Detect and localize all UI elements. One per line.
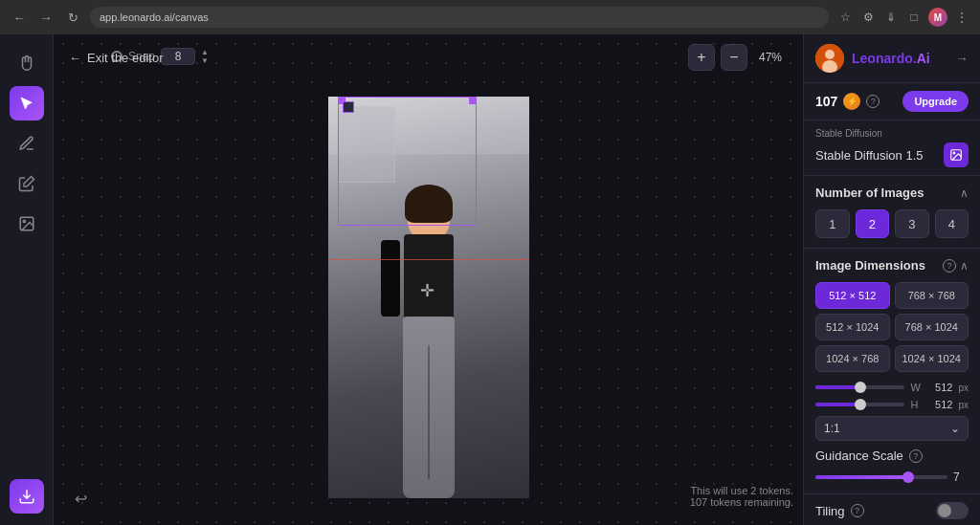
height-value: 512 (929, 399, 952, 410)
pen-tool-button[interactable] (10, 126, 44, 161)
height-slider-thumb[interactable] (855, 399, 866, 410)
guidance-slider[interactable] (815, 475, 947, 479)
height-slider-fill (815, 403, 860, 406)
reload-button[interactable]: ↻ (63, 8, 82, 27)
token-info-icon[interactable]: ? (866, 95, 880, 108)
num-images-header: Number of Images ∧ (815, 186, 969, 200)
height-unit: px (958, 400, 969, 410)
zoom-controls: + − 47% (688, 44, 788, 71)
paint-tool-button[interactable] (10, 166, 44, 201)
select-tool-button[interactable] (10, 86, 44, 120)
num-images-3-button[interactable]: 3 (895, 209, 929, 238)
download-tool-button[interactable] (10, 479, 44, 514)
height-slider-row: H 512 px (815, 399, 969, 410)
right-panel: Leonardo.Ai → 107 ⚡ ? Upgrade Stable Dif… (803, 34, 980, 525)
dimensions-collapse-button[interactable]: ∧ (960, 259, 969, 273)
dimensions-title: Image Dimensions (815, 258, 925, 273)
extensions-icon: ⚙ (859, 9, 877, 26)
width-slider-row: W 512 px (815, 382, 969, 393)
back-button[interactable]: ← (10, 8, 29, 27)
model-row: Stable Diffusion 1.5 (815, 142, 969, 167)
url-bar[interactable]: app.leonardo.ai/canvas (90, 7, 829, 28)
image-dimensions-section: Image Dimensions ? ∧ 512 × 512 768 × 768… (804, 249, 980, 494)
canvas-area[interactable]: ← Exit the editor + − 47% Snap ▲ ▼ (54, 34, 803, 525)
guidance-fill (815, 475, 908, 479)
window-icon: □ (905, 9, 923, 26)
exit-editor-button[interactable]: ← Exit the editor (69, 51, 164, 65)
bookmark-icon: ☆ (836, 9, 854, 26)
dim-1024x1024-button[interactable]: 1024 × 1024 (895, 345, 969, 372)
guidance-value: 7 (953, 470, 969, 484)
token-icon: ⚡ (843, 93, 860, 110)
aspect-ratio-select[interactable]: 1:1 ⌄ (815, 416, 969, 441)
width-slider-fill (815, 385, 860, 389)
exit-arrow-icon: ← (69, 51, 81, 65)
num-images-collapse-button[interactable]: ∧ (960, 186, 969, 200)
horizontal-guide (328, 259, 529, 260)
move-cursor-icon: ✛ (420, 280, 434, 301)
forward-button[interactable]: → (36, 8, 56, 27)
dimensions-info-icon[interactable]: ? (943, 259, 956, 273)
image-tool-button[interactable] (10, 207, 44, 241)
profile-name: Leonardo.Ai (852, 51, 930, 66)
svg-marker-0 (24, 177, 34, 187)
aspect-chevron-icon: ⌄ (950, 422, 960, 435)
guidance-row: 7 (815, 470, 969, 484)
svg-point-7 (953, 152, 955, 154)
height-slider-track[interactable] (815, 403, 904, 406)
profile-left: Leonardo.Ai (815, 44, 930, 73)
num-images-title: Number of Images (815, 186, 924, 200)
undo-button[interactable]: ↩ (67, 485, 94, 512)
width-slider-thumb[interactable] (855, 382, 866, 393)
profile-back-button[interactable]: → (955, 51, 969, 66)
width-label: W (910, 382, 924, 393)
tokens-row: 107 ⚡ ? Upgrade (804, 83, 980, 120)
download-icon: ⇓ (882, 9, 900, 26)
model-select-button[interactable] (944, 142, 969, 167)
zoom-level: 47% (753, 51, 788, 64)
num-images-1-button[interactable]: 1 (815, 209, 850, 238)
zoom-out-button[interactable]: − (721, 44, 747, 71)
number-of-images-section: Number of Images ∧ 1 2 3 4 (804, 176, 980, 249)
svg-point-4 (825, 50, 835, 59)
guidance-thumb[interactable] (902, 471, 914, 483)
upgrade-button[interactable]: Upgrade (902, 91, 969, 112)
browser-bar: ← → ↻ app.leonardo.ai/canvas ☆ ⚙ ⇓ □ M ⋮ (0, 0, 980, 34)
height-label: H (910, 399, 924, 410)
tiling-info-icon[interactable]: ? (851, 504, 864, 517)
tiling-left: Tiling ? (815, 504, 864, 518)
dim-768x768-button[interactable]: 768 × 768 (895, 282, 969, 309)
num-images-row: 1 2 3 4 (815, 209, 969, 238)
profile-header: Leonardo.Ai → (804, 34, 980, 83)
user-avatar[interactable]: M (928, 8, 947, 27)
zoom-in-button[interactable]: + (688, 44, 715, 71)
num-images-4-button[interactable]: 4 (935, 209, 969, 238)
num-images-2-button[interactable]: 2 (856, 209, 890, 238)
svg-point-2 (23, 220, 25, 222)
tiling-section: Tiling ? (804, 494, 980, 525)
hand-tool-button[interactable] (10, 46, 44, 80)
model-label: Stable Diffusion (815, 128, 969, 139)
width-value: 512 (929, 382, 952, 393)
dim-512x1024-button[interactable]: 512 × 1024 (815, 314, 890, 340)
browser-icons: ☆ ⚙ ⇓ □ M ⋮ (836, 8, 970, 27)
tiling-label: Tiling (815, 504, 845, 518)
width-unit: px (958, 383, 969, 393)
token-count: 107 (815, 94, 837, 109)
left-toolbar (0, 34, 54, 525)
model-selector: Stable Diffusion Stable Diffusion 1.5 (804, 120, 980, 176)
canvas-image: ✛ (328, 97, 529, 498)
dimensions-grid: 512 × 512 768 × 768 512 × 1024 768 × 102… (815, 282, 969, 372)
guidance-info-icon[interactable]: ? (909, 449, 923, 463)
dim-512x512-button[interactable]: 512 × 512 (815, 282, 890, 309)
menu-icon[interactable]: ⋮ (953, 9, 970, 26)
dim-1024x768-button[interactable]: 1024 × 768 (815, 345, 890, 372)
guidance-scale-section: Guidance Scale ? 7 (815, 448, 969, 484)
dim-768x1024-button[interactable]: 768 × 1024 (895, 314, 969, 340)
tiling-toggle[interactable] (936, 502, 969, 519)
width-slider-track[interactable] (815, 385, 904, 389)
tiling-toggle-thumb (938, 504, 951, 517)
dimensions-header: Image Dimensions ? ∧ (815, 258, 969, 273)
profile-avatar (815, 44, 844, 73)
token-info: This will use 2 tokens. 107 tokens remai… (690, 485, 793, 508)
